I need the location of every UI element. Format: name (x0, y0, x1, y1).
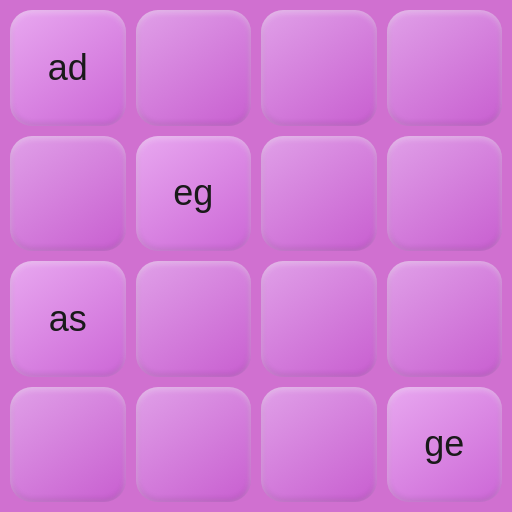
tile-2-0[interactable]: as (10, 261, 126, 377)
tile-2-1[interactable] (136, 261, 252, 377)
tile-3-3-label: ge (424, 423, 464, 465)
tile-grid: adegasge (0, 0, 512, 512)
tile-2-2[interactable] (261, 261, 377, 377)
tile-0-0-label: ad (48, 47, 88, 89)
tile-3-3[interactable]: ge (387, 387, 503, 503)
tile-0-3[interactable] (387, 10, 503, 126)
tile-2-3[interactable] (387, 261, 503, 377)
tile-0-2[interactable] (261, 10, 377, 126)
tile-1-1[interactable]: eg (136, 136, 252, 252)
tile-3-2[interactable] (261, 387, 377, 503)
tile-1-2[interactable] (261, 136, 377, 252)
tile-1-1-label: eg (173, 172, 213, 214)
tile-1-0[interactable] (10, 136, 126, 252)
tile-2-0-label: as (49, 298, 87, 340)
tile-0-0[interactable]: ad (10, 10, 126, 126)
tile-0-1[interactable] (136, 10, 252, 126)
tile-3-1[interactable] (136, 387, 252, 503)
tile-3-0[interactable] (10, 387, 126, 503)
tile-1-3[interactable] (387, 136, 503, 252)
